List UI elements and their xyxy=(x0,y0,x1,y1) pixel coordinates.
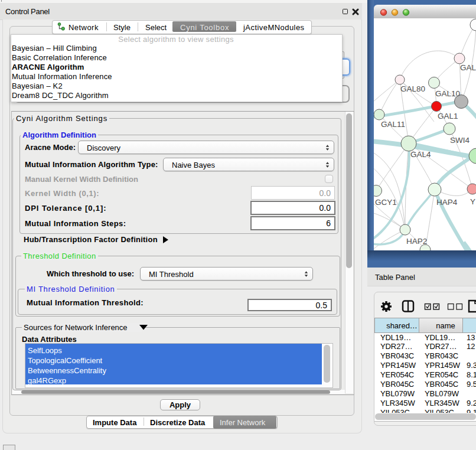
svg-text:GAL11: GAL11 xyxy=(381,120,405,129)
svg-text:HAP2: HAP2 xyxy=(406,237,427,246)
svg-text:GAL80: GAL80 xyxy=(400,84,425,93)
svg-text:GAL1: GAL1 xyxy=(438,112,458,120)
svg-text:Y: Y xyxy=(470,197,475,206)
svg-text:GAL2: GAL2 xyxy=(460,63,476,72)
svg-text:GAL10: GAL10 xyxy=(435,89,460,98)
svg-text:GCY1: GCY1 xyxy=(375,198,397,207)
svg-text:SWI4: SWI4 xyxy=(450,136,470,145)
svg-text:HAP4: HAP4 xyxy=(436,198,458,207)
svg-text:GAL4: GAL4 xyxy=(410,150,431,159)
